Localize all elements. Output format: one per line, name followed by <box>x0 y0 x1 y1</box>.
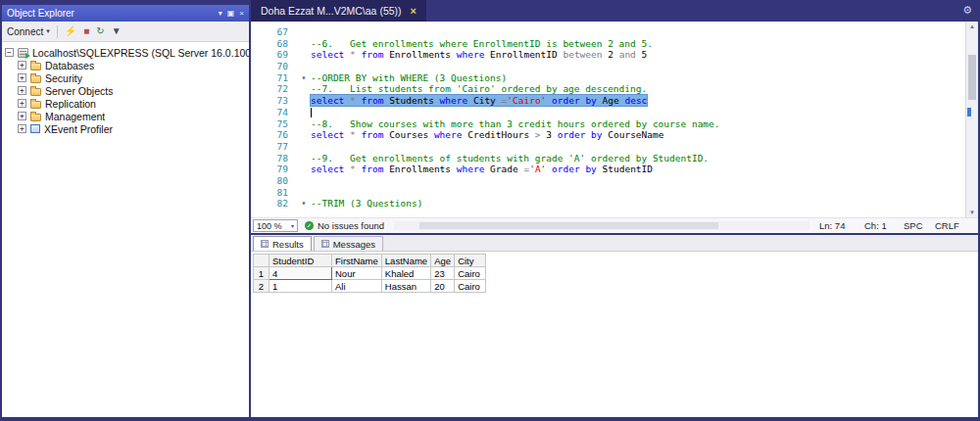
editor-line-77[interactable]: 77 <box>251 141 978 153</box>
fold-margin <box>297 26 311 38</box>
expand-icon[interactable]: + <box>18 124 26 133</box>
text-caret <box>311 108 312 117</box>
editor-line-78[interactable]: 78--9. Get enrollments of students with … <box>251 153 978 164</box>
filter-icon[interactable]: ▼ <box>112 26 122 36</box>
line-indicator: Ln: 74 <box>819 220 864 231</box>
column-indicator: Ch: 1 <box>864 220 904 231</box>
editor-line-71[interactable]: 71▾--ORDER BY with WHERE (3 Questions) <box>251 72 978 84</box>
line-number: 78 <box>251 153 297 164</box>
fold-margin <box>297 129 311 141</box>
expand-icon[interactable]: + <box>18 73 26 82</box>
grid-cell[interactable]: Hassan <box>381 280 430 293</box>
grid-corner-cell[interactable] <box>254 255 270 267</box>
code-text: select * from Courses where CreditHours … <box>311 129 663 141</box>
pin-icon[interactable]: ▣ <box>227 9 235 18</box>
disconnect-icon[interactable]: ⚡ <box>65 26 76 36</box>
line-number: 68 <box>251 38 297 50</box>
stop-icon[interactable]: ■ <box>83 26 89 36</box>
grid-cell[interactable]: 4 <box>270 267 332 280</box>
object-explorer-titlebar[interactable]: Object Explorer ▾ ▣ × <box>2 5 249 22</box>
fold-collapse-icon[interactable]: ▾ <box>297 198 311 210</box>
grid-header-row: StudentIDFirstNameLastNameAgeCity <box>254 255 486 267</box>
grid-cell[interactable]: Khaled <box>381 267 430 280</box>
tree-node-xevent-profiler[interactable]: +XEvent Profiler <box>2 122 249 135</box>
editor-line-80[interactable]: 80 <box>251 175 978 187</box>
collapse-icon[interactable]: − <box>5 48 14 57</box>
code-text: --ORDER BY with WHERE (3 Questions) <box>311 72 507 84</box>
scroll-up-icon[interactable]: ▲ <box>966 23 978 29</box>
scrollbar-thumb[interactable] <box>968 55 976 100</box>
zoom-select[interactable]: 100 % ▾ <box>253 219 298 232</box>
folder-icon <box>30 63 41 70</box>
grid-cell[interactable]: Cairo <box>455 267 486 280</box>
editor-vertical-scrollbar[interactable]: ▲ ▼ <box>965 22 978 217</box>
editor-line-82[interactable]: 82▾--TRIM (3 Questions) <box>251 198 978 210</box>
grid-cell[interactable]: Ali <box>332 280 382 293</box>
folder-icon <box>30 114 41 121</box>
tree-node-server-objects[interactable]: +Server Objects <box>2 84 249 97</box>
editor-line-76[interactable]: 76select * from Courses where CreditHour… <box>251 129 978 141</box>
tab-messages[interactable]: Messages <box>314 236 383 251</box>
gear-icon[interactable]: ⚙ <box>962 4 972 17</box>
tree-node-databases[interactable]: +Databases <box>2 59 249 71</box>
editor-horizontal-scrollbar[interactable] <box>394 221 809 230</box>
grid-cell[interactable]: 1 <box>270 280 332 293</box>
column-header-lastname[interactable]: LastName <box>381 255 430 267</box>
document-tab-strip: Doha Ezzat M...V2MC\aa (55)) × <box>251 0 978 22</box>
grid-cell[interactable]: 20 <box>431 280 455 293</box>
editor-line-73[interactable]: 73select * from Students where City ='Ca… <box>251 95 978 107</box>
tab-close-icon[interactable]: × <box>411 5 416 17</box>
editor-line-72[interactable]: 72--7. List students from 'Cairo' ordere… <box>251 83 978 95</box>
editor-line-67[interactable]: 67 <box>251 26 978 38</box>
scrollbar-thumb[interactable] <box>419 222 718 229</box>
editor-line-70[interactable]: 70 <box>251 61 978 72</box>
grid-icon <box>321 240 329 248</box>
refresh-icon[interactable]: ↻ <box>96 26 104 36</box>
expand-icon[interactable]: + <box>18 61 26 70</box>
line-number: 80 <box>251 175 297 187</box>
tab-results[interactable]: Results <box>253 236 312 251</box>
fold-margin <box>297 141 311 153</box>
expand-icon[interactable]: + <box>18 86 26 95</box>
row-header[interactable]: 1 <box>254 267 270 280</box>
fold-margin <box>297 153 311 164</box>
grid-cell[interactable]: Nour <box>332 267 382 280</box>
tree-node-security[interactable]: +Security <box>2 71 249 84</box>
editor-line-79[interactable]: 79select * from Enrollments where Grade … <box>251 164 978 175</box>
fold-margin <box>297 118 311 130</box>
grid-cell[interactable]: 23 <box>431 267 455 280</box>
editor-line-68[interactable]: 68--6. Get enrollments where EnrollmentI… <box>251 38 978 50</box>
zoom-value: 100 % <box>257 221 282 231</box>
editor-line-69[interactable]: 69select * from Enrollments where Enroll… <box>251 49 978 61</box>
document-tab[interactable]: Doha Ezzat M...V2MC\aa (55)) × <box>251 0 426 22</box>
line-number: 69 <box>251 49 297 61</box>
fold-collapse-icon[interactable]: ▾ <box>297 72 311 84</box>
editor-line-75[interactable]: 75--8. Show courses with more than 3 cre… <box>251 118 978 130</box>
sql-editor[interactable]: 6768--6. Get enrollments where Enrollmen… <box>251 22 978 217</box>
column-header-studentid[interactable]: StudentID <box>270 255 332 267</box>
connect-button-label: Connect <box>7 26 43 37</box>
column-header-age[interactable]: Age <box>431 255 455 267</box>
connect-button[interactable]: Connect ▾ <box>7 26 50 37</box>
line-number: 71 <box>251 72 297 84</box>
tree-node-replication[interactable]: +Replication <box>2 97 249 110</box>
column-header-city[interactable]: City <box>455 255 486 267</box>
close-icon[interactable]: × <box>239 9 244 18</box>
chevron-down-icon: ▾ <box>291 222 294 229</box>
grid-cell[interactable]: Cairo <box>455 280 486 293</box>
window-position-icon[interactable]: ▾ <box>219 9 222 18</box>
editor-line-74[interactable]: 74 <box>251 107 978 118</box>
check-icon: ✓ <box>305 221 314 230</box>
tree-node-label: Management <box>45 111 105 122</box>
column-header-firstname[interactable]: FirstName <box>332 255 382 267</box>
document-health-indicator[interactable]: ✓ No issues found <box>305 220 384 231</box>
expand-icon[interactable]: + <box>18 112 26 120</box>
tree-node-server[interactable]: − Localhost\SQLEXPRESS (SQL Server 16.0.… <box>2 46 249 59</box>
expand-icon[interactable]: + <box>18 99 26 108</box>
editor-line-81[interactable]: 81 <box>251 187 978 199</box>
tree-node-label: Security <box>45 72 82 84</box>
row-header[interactable]: 2 <box>254 280 270 293</box>
tree-node-management[interactable]: +Management <box>2 110 249 122</box>
scroll-down-icon[interactable]: ▼ <box>966 210 978 215</box>
line-number: 81 <box>251 187 297 199</box>
